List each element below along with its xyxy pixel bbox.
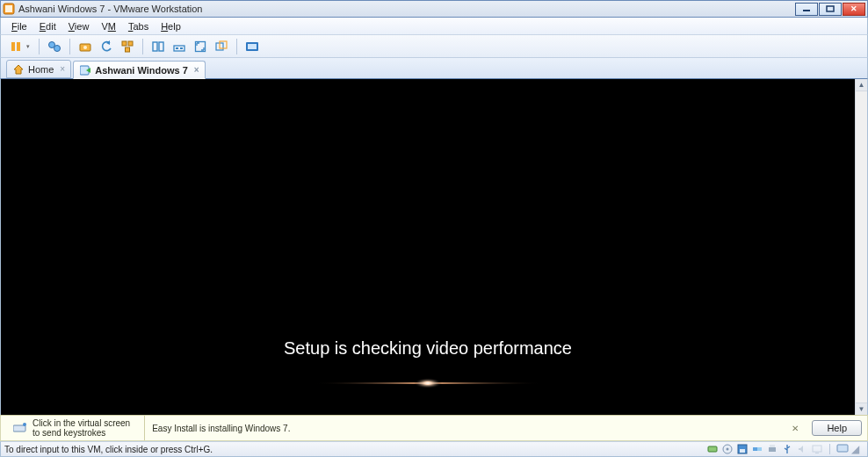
svg-rect-32 bbox=[740, 449, 745, 453]
svg-rect-26 bbox=[13, 425, 25, 432]
menu-help[interactable]: Help bbox=[156, 19, 186, 33]
menu-edit[interactable]: Edit bbox=[34, 19, 61, 33]
minimize-button[interactable] bbox=[795, 3, 818, 16]
keyboard-icon bbox=[13, 421, 27, 435]
thumbnail-button[interactable] bbox=[170, 38, 188, 55]
console-icon bbox=[245, 40, 259, 53]
hint-bar: Click in the virtual screento send keyst… bbox=[0, 415, 868, 441]
toolbar bbox=[0, 35, 868, 58]
console-view-button[interactable] bbox=[243, 38, 261, 55]
close-button[interactable]: ✕ bbox=[843, 3, 865, 16]
snapshot-icon bbox=[47, 40, 61, 53]
svg-rect-22 bbox=[248, 44, 257, 49]
svg-rect-15 bbox=[174, 46, 184, 51]
power-button[interactable] bbox=[6, 38, 33, 55]
vm-display-area: Setup is checking video performance bbox=[0, 79, 868, 415]
net-icon[interactable] bbox=[751, 443, 763, 455]
svg-rect-1 bbox=[5, 5, 12, 12]
light-flare bbox=[314, 378, 542, 388]
svg-rect-4 bbox=[11, 42, 15, 51]
tab-home[interactable]: Home × bbox=[6, 60, 71, 78]
help-button[interactable]: Help bbox=[812, 420, 862, 436]
hint-easy-install: Easy Install is installing Windows 7. bbox=[144, 416, 297, 440]
resize-grip[interactable]: ◢ bbox=[851, 443, 864, 455]
usb-icon[interactable] bbox=[781, 443, 793, 455]
unity-icon bbox=[215, 40, 228, 53]
menu-vm[interactable]: VM bbox=[96, 19, 121, 33]
fullscreen-button[interactable] bbox=[192, 38, 209, 55]
library-button[interactable] bbox=[149, 38, 167, 55]
svg-rect-14 bbox=[159, 42, 163, 51]
svg-rect-16 bbox=[176, 47, 178, 49]
menubar: File Edit View VM Tabs Help bbox=[0, 18, 868, 35]
vertical-scrollbar[interactable]: ▲ ▼ bbox=[855, 79, 867, 415]
tab-label: Ashwani Windows 7 bbox=[95, 65, 188, 76]
svg-rect-39 bbox=[837, 445, 848, 452]
status-bar: To direct input to this VM, click inside… bbox=[0, 441, 868, 457]
separator bbox=[829, 444, 830, 454]
svg-rect-34 bbox=[757, 447, 762, 451]
separator bbox=[142, 39, 143, 54]
setup-message: Setup is checking video performance bbox=[284, 338, 572, 359]
hint-close-icon[interactable]: ✕ bbox=[789, 422, 801, 434]
svg-point-30 bbox=[727, 448, 729, 451]
snapshot-take-button[interactable] bbox=[76, 38, 94, 55]
separator bbox=[69, 39, 70, 54]
cd-icon[interactable] bbox=[721, 443, 734, 455]
svg-rect-2 bbox=[803, 10, 810, 11]
svg-rect-5 bbox=[17, 42, 20, 51]
separator bbox=[236, 39, 237, 54]
tabstrip: Home × Ashwani Windows 7 × bbox=[0, 58, 868, 79]
hint-keystrokes: Click in the virtual screento send keyst… bbox=[6, 416, 137, 440]
floppy-icon[interactable] bbox=[736, 443, 749, 455]
svg-rect-17 bbox=[180, 47, 183, 49]
sound-icon[interactable] bbox=[796, 443, 808, 455]
svg-rect-37 bbox=[813, 446, 821, 452]
fullscreen-icon bbox=[194, 40, 206, 53]
scroll-up-icon[interactable]: ▲ bbox=[856, 79, 867, 91]
menu-view[interactable]: View bbox=[63, 19, 95, 33]
menu-file[interactable]: File bbox=[6, 19, 33, 33]
svg-rect-38 bbox=[815, 453, 819, 453]
thumbnail-icon bbox=[173, 40, 185, 53]
tab-vm-ashwani[interactable]: Ashwani Windows 7 × bbox=[73, 61, 205, 79]
hdd-icon[interactable] bbox=[706, 443, 719, 455]
svg-rect-28 bbox=[708, 446, 717, 452]
svg-rect-36 bbox=[770, 445, 775, 447]
svg-point-9 bbox=[83, 46, 87, 49]
app-icon bbox=[3, 3, 15, 15]
tab-close-icon[interactable]: × bbox=[194, 65, 199, 75]
hint-easy-install-text: Easy Install is installing Windows 7. bbox=[152, 424, 290, 433]
message-icon[interactable] bbox=[836, 443, 849, 455]
svg-rect-3 bbox=[827, 6, 834, 11]
svg-point-7 bbox=[54, 45, 61, 51]
svg-rect-11 bbox=[128, 41, 133, 46]
hint-keystrokes-text: Click in the virtual screento send keyst… bbox=[33, 418, 130, 438]
svg-rect-24 bbox=[314, 382, 542, 384]
snapshot-manager-icon bbox=[121, 40, 134, 53]
svg-point-27 bbox=[23, 423, 26, 426]
pause-icon bbox=[10, 40, 22, 53]
printer-icon[interactable] bbox=[766, 443, 778, 455]
menu-tabs[interactable]: Tabs bbox=[123, 19, 154, 33]
unity-button[interactable] bbox=[213, 38, 230, 55]
vm-play-icon bbox=[79, 64, 91, 76]
svg-rect-12 bbox=[126, 47, 130, 52]
snapshot-revert-button[interactable] bbox=[98, 38, 115, 55]
snapshot-manager-button[interactable] bbox=[119, 38, 136, 55]
status-text: To direct input to this VM, click inside… bbox=[4, 445, 706, 454]
tab-close-icon[interactable]: × bbox=[60, 64, 65, 74]
revert-icon bbox=[100, 40, 112, 53]
status-tray: ◢ bbox=[706, 443, 864, 455]
camera-icon bbox=[79, 40, 91, 53]
svg-rect-13 bbox=[153, 42, 157, 51]
svg-rect-10 bbox=[122, 41, 127, 46]
svg-rect-35 bbox=[769, 447, 776, 452]
display-icon[interactable] bbox=[811, 443, 823, 455]
separator bbox=[39, 39, 40, 54]
window-title: Ashwani Windows 7 - VMware Workstation bbox=[18, 4, 794, 14]
maximize-button[interactable] bbox=[819, 3, 842, 16]
snapshot-button[interactable] bbox=[46, 38, 63, 55]
vm-screen[interactable]: Setup is checking video performance bbox=[1, 79, 855, 415]
scroll-down-icon[interactable]: ▼ bbox=[856, 403, 867, 415]
